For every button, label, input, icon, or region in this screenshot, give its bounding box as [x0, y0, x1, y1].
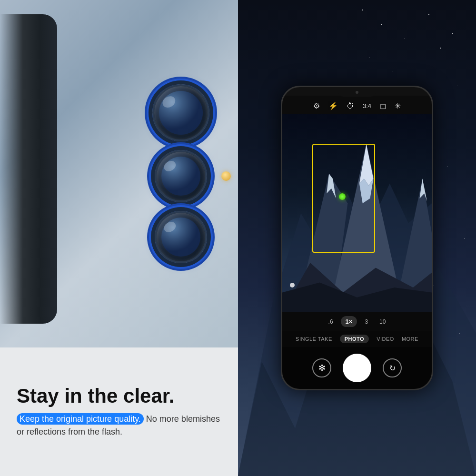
white-dot-indicator: [290, 283, 295, 288]
star: [381, 24, 382, 25]
single-take-mode[interactable]: SINGLE TAKE: [296, 336, 332, 342]
camera-bottom-controls: ✻ ↻: [282, 347, 432, 389]
phone-notch: [338, 87, 376, 97]
star: [405, 38, 405, 39]
camera-module-section: [0, 0, 238, 347]
ratio-icon[interactable]: 3:4: [363, 102, 371, 109]
flip-button[interactable]: ↻: [383, 358, 402, 377]
main-headline: Stay in the clear.: [17, 385, 221, 407]
viewfinder: [282, 114, 432, 312]
shutter-button[interactable]: [343, 354, 371, 382]
crop-icon[interactable]: ◻: [380, 101, 386, 110]
effects-button[interactable]: ✻: [312, 358, 331, 377]
camera-lens-top: [152, 84, 209, 141]
phone-mockup: ⚙ ⚡ ⏱ 3:4 ◻ ✳: [281, 86, 433, 390]
star: [440, 48, 441, 49]
star: [457, 86, 457, 86]
mode-selector: SINGLE TAKE PHOTO VIDEO MORE: [282, 331, 432, 347]
timer-icon[interactable]: ⏱: [347, 102, 354, 110]
camera-top-bar: ⚙ ⚡ ⏱ 3:4 ◻ ✳: [282, 96, 432, 114]
star: [393, 71, 393, 72]
front-camera-dot: [356, 91, 358, 94]
settings-icon[interactable]: ⚙: [313, 101, 320, 110]
photo-mode[interactable]: PHOTO: [340, 335, 369, 343]
flash-icon[interactable]: ⚡: [328, 101, 338, 110]
star: [428, 14, 429, 15]
phone-frame-edge: [0, 14, 57, 324]
zoom-3-button[interactable]: 3: [361, 317, 372, 327]
star: [362, 10, 363, 10]
zoom-10-button[interactable]: 10: [376, 317, 389, 327]
text-section: Stay in the clear. Keep the original pic…: [0, 347, 238, 476]
camera-lens-bottom: [155, 211, 207, 263]
right-panel: ⚙ ⚡ ⏱ 3:4 ◻ ✳: [238, 0, 476, 476]
left-panel: Stay in the clear. Keep the original pic…: [0, 0, 238, 476]
star: [369, 57, 369, 58]
flash-dot: [221, 171, 231, 181]
star: [452, 33, 453, 34]
highlight-text: Keep the original picture quality.: [17, 413, 144, 425]
video-mode[interactable]: VIDEO: [377, 336, 394, 342]
camera-ui: ⚙ ⚡ ⏱ 3:4 ◻ ✳: [282, 87, 432, 389]
extra-icon[interactable]: ✳: [395, 101, 401, 110]
camera-module: [152, 84, 209, 263]
description-text: Keep the original picture quality. No mo…: [17, 413, 221, 438]
more-mode[interactable]: MORE: [402, 336, 418, 342]
zoom-1x-button[interactable]: 1×: [341, 316, 357, 327]
camera-lens-middle: [155, 150, 207, 202]
zoom-controls: .6 1× 3 10: [282, 312, 432, 331]
zoom-06-button[interactable]: .6: [325, 317, 337, 327]
star: [447, 167, 448, 167]
